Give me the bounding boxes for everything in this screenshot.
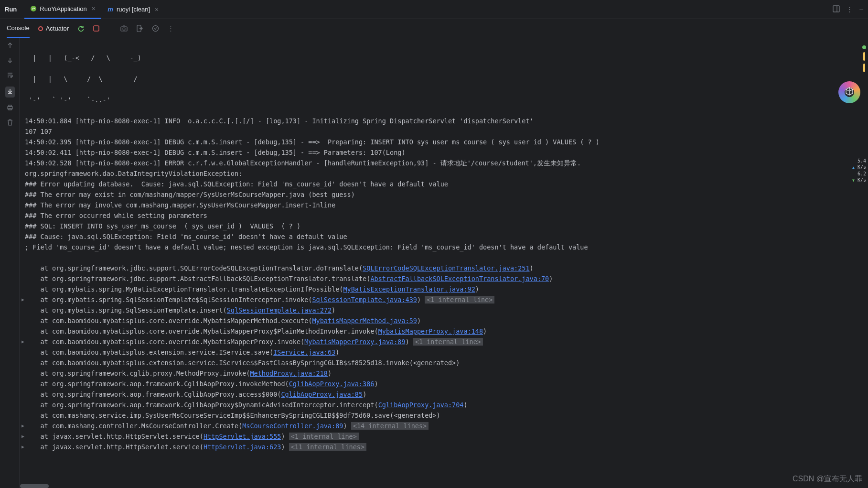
internal-lines-hint[interactable]: <1 internal line> [289,433,359,440]
stack-line: ▶ at com.baomidou.mybatisplus.core.overr… [25,336,863,347]
arrow-up-icon[interactable] [7,42,13,50]
console-toolbar: Console Actuator ⋮ [0,19,868,38]
log-line: 14:50:02.395 [http-nio-8080-exec-1] DEBU… [25,137,863,147]
chevron-right-icon[interactable]: ▶ [21,336,24,347]
source-link[interactable]: SqlSessionTemplate.java:439 [312,296,417,304]
stack-line: at org.springframework.jdbc.support.Abst… [25,273,863,284]
source-link[interactable]: HttpServlet.java:555 [204,433,281,440]
internal-lines-hint[interactable]: <11 internal lines> [289,443,366,451]
source-link[interactable]: IService.java:63 [273,348,335,356]
log-line: ### Cause: java.sql.SQLException: Field … [25,231,863,242]
log-line: 14:50:02.528 [http-nio-8080-exec-1] ERRO… [25,158,863,168]
tab-label: ruoyi [clean] [117,6,150,13]
status-dot-green [862,45,866,49]
minimize-icon[interactable]: — [859,6,863,13]
stack-line: at org.springframework.aop.framework.Cgl… [25,389,863,400]
log-line: 14:50:02.411 [http-nio-8080-exec-1] DEBU… [25,147,863,158]
chevron-right-icon[interactable]: ▶ [21,294,24,305]
rerun-icon[interactable] [77,25,85,32]
stack-line: at com.baomidou.mybatisplus.core.overrid… [25,326,863,336]
stack-line: ▶ at javax.servlet.http.HttpServlet.serv… [25,442,863,452]
maven-icon: m [107,6,114,13]
log-line: 107 107 [25,126,863,137]
actuator-icon [38,26,43,31]
svg-point-5 [123,28,125,30]
ai-assistant-icon[interactable] [838,81,860,103]
source-link[interactable]: SqlSessionTemplate.java:272 [227,306,332,314]
svg-rect-9 [9,105,11,107]
internal-lines-hint[interactable]: <14 internal lines> [351,422,429,430]
log-line: org.springframework.dao.DataIntegrityVio… [25,168,863,179]
stack-line: at org.mybatis.spring.MyBatisExceptionTr… [25,284,863,294]
source-link[interactable]: MybatisMapperProxy.java:148 [378,327,483,335]
console-gutter [0,38,20,488]
stack-line: at org.springframework.jdbc.support.SQLE… [25,263,863,273]
tab-ruoyi-application[interactable]: RuoYiApplication × [24,0,101,19]
chevron-right-icon[interactable]: ▶ [21,421,24,431]
console-output[interactable]: | | (_-< / \ -_) | | \ / \ / '-' ` '-' `… [20,38,868,488]
stack-line: at org.springframework.aop.framework.Cgl… [25,400,863,410]
log-line: 14:50:01.884 [http-nio-8080-exec-1] INFO… [25,116,863,126]
internal-lines-hint[interactable]: <1 internal line> [413,338,483,346]
svg-point-7 [153,26,159,32]
tab-ruoyi-clean[interactable]: m ruoyi [clean] × [101,0,164,19]
source-link[interactable]: MsCourseController.java:89 [242,422,343,430]
stack-line: at com.mashang.service.imp.SysUserMsCour… [25,410,863,421]
source-link[interactable]: MethodProxy.java:218 [250,369,328,377]
status-bar-yellow [863,64,865,72]
svg-rect-4 [121,27,127,31]
chevron-right-icon[interactable]: ▶ [21,431,24,442]
source-link[interactable]: MyBatisExceptionTranslator.java:92 [343,285,475,293]
error-stripe[interactable] [861,45,867,72]
log-line: ### The error may involve com.mashang.ma… [25,200,863,210]
print-icon[interactable] [7,104,13,112]
network-speed: 5.4 ▲ K/s 6.2 ▼ K/s [852,158,866,184]
svg-point-0 [31,6,36,11]
tab-console[interactable]: Console [7,19,30,38]
title-bar: Run RuoYiApplication × m ruoyi [clean] ×… [0,0,868,19]
trash-icon[interactable] [7,119,13,127]
arrow-down-icon[interactable] [7,57,13,65]
source-link[interactable]: CglibAopProxy.java:85 [281,390,363,398]
stack-line: ▶ at javax.servlet.http.HttpServlet.serv… [25,431,863,442]
stack-line: at org.mybatis.spring.SqlSessionTemplate… [25,305,863,315]
source-link[interactable]: CglibAopProxy.java:704 [378,401,464,409]
scroll-to-end-icon[interactable] [5,87,15,98]
log-line: | | \ / \ / [25,74,863,84]
log-line: ### The error occurred while setting par… [25,210,863,221]
stack-line: at com.baomidou.mybatisplus.extension.se… [25,347,863,358]
close-icon[interactable]: × [155,6,159,13]
inspect-icon[interactable] [152,25,159,32]
source-link[interactable]: MybatisMapperProxy.java:89 [304,338,405,346]
chevron-right-icon[interactable]: ▶ [21,442,24,452]
svg-rect-1 [833,6,839,12]
log-line: | | (_-< / \ -_) [25,53,863,63]
more-vertical-icon[interactable]: ⋮ [847,6,853,13]
stop-icon[interactable] [93,25,99,32]
source-link[interactable]: MybatisMapperMethod.java:59 [312,317,417,325]
svg-rect-3 [94,26,99,31]
tab-label: RuoYiApplication [40,5,87,12]
camera-icon[interactable] [120,25,128,32]
source-link[interactable]: SQLErrorCodeSQLExceptionTranslator.java:… [363,264,530,272]
status-bar-yellow [863,52,865,61]
tab-actuator[interactable]: Actuator [38,25,69,32]
log-line: ### Error updating database. Cause: java… [25,179,863,189]
internal-lines-hint[interactable]: <1 internal line> [425,296,494,304]
source-link[interactable]: HttpServlet.java:623 [204,443,281,451]
close-icon[interactable]: × [92,5,96,12]
spring-icon [30,5,37,12]
stack-line: ▶ at com.mashang.controller.MsCourseCont… [25,421,863,431]
stack-line: at org.springframework.aop.framework.Cgl… [25,379,863,389]
source-link[interactable]: AbstractFallbackSQLExceptionTranslator.j… [370,275,549,282]
layout-icon[interactable] [833,5,840,14]
exit-icon[interactable] [136,25,143,32]
wrap-icon[interactable] [7,72,13,80]
horizontal-scrollbar[interactable] [20,484,49,488]
log-line: ### SQL: INSERT INTO sys_user_ms_course … [25,221,863,231]
more-vertical-icon[interactable]: ⋮ [168,25,174,32]
source-link[interactable]: CglibAopProxy.java:386 [289,380,375,388]
cube-icon [845,87,854,98]
stack-line: at org.springframework.cglib.proxy.Metho… [25,368,863,379]
log-line: '-' ` '-' `-..-' [25,95,863,105]
